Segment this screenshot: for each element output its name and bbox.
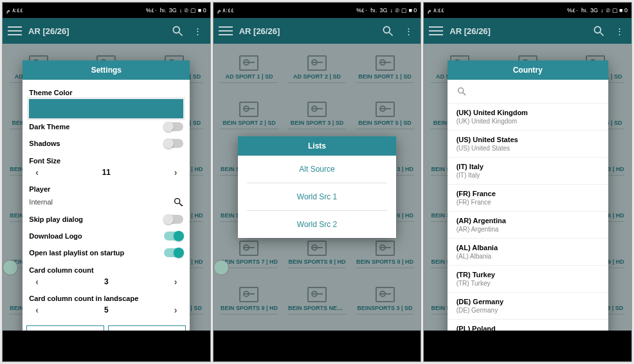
cast-icon: ⎚ <box>395 7 399 14</box>
status-time: ٨:٤٤ م <box>6 7 23 14</box>
country-list[interactable]: (UK) United Kingdom(UK) United Kingdom(U… <box>448 104 608 331</box>
svg-point-4 <box>384 26 390 33</box>
card-col-land-stepper[interactable]: ‹5› <box>29 302 183 318</box>
country-item[interactable]: (UK) United Kingdom(UK) United Kingdom <box>448 104 608 131</box>
search-dropdown-icon <box>173 197 183 207</box>
status-bar: ٨:٤٤ م %٤٠hı.3G↓⎚▢ ■ 0 <box>424 3 631 18</box>
country-dialog: Country (UK) United Kingdom(UK) United K… <box>448 60 608 331</box>
country-item[interactable]: (TR) Turkey(TR) Turkey <box>448 266 608 293</box>
cast-icon: ⎚ <box>185 7 188 14</box>
app-title: AR [26/26] <box>28 26 164 36</box>
dark-theme-label: Dark Theme <box>29 123 69 131</box>
list-item[interactable]: World Src 2 <box>247 211 387 238</box>
country-item[interactable]: (AL) Albania(AL) Albania <box>448 239 608 266</box>
cancel-button[interactable]: Cancel <box>26 325 104 331</box>
dialog-title: Country <box>448 60 608 80</box>
svg-point-6 <box>594 26 601 33</box>
app-bar: AR [26/26] ⋮ <box>213 18 421 44</box>
font-size-stepper[interactable]: ‹11› <box>29 165 183 180</box>
search-icon[interactable] <box>592 24 606 38</box>
status-bar: ٨:٤٤ م %٤٠hı.3G↓⎚▢ ■ 0 <box>213 3 421 18</box>
overflow-icon[interactable]: ⋮ <box>401 24 415 38</box>
search-icon <box>457 86 467 96</box>
phone-country: ٨:٤٤ م %٤٠hı.3G↓⎚▢ ■ 0 AR [26/26] ⋮ AD S… <box>423 2 632 362</box>
chevron-left-icon[interactable]: ‹ <box>33 167 41 177</box>
list-item[interactable]: World Src 1 <box>247 183 387 211</box>
svg-point-0 <box>173 26 179 33</box>
country-item[interactable]: (DE) Germany(DE) Germany <box>448 293 608 320</box>
overflow-icon[interactable]: ⋮ <box>191 24 205 38</box>
dialog-title: Lists <box>238 136 396 156</box>
cast-icon: ⎚ <box>606 7 610 14</box>
menu-icon[interactable] <box>8 24 22 38</box>
skip-play-label: Skip play dialog <box>29 215 83 223</box>
card-col-stepper[interactable]: ‹3› <box>29 274 183 289</box>
lists-dialog: Lists Alt Source World Src 1 World Src 2 <box>238 136 396 238</box>
svg-line-5 <box>390 33 393 36</box>
chevron-right-icon[interactable]: › <box>172 305 180 315</box>
phone-settings: ٨:٤٤ م %٤٠ hı. 3G ↓ ⎚ ▢ ■ 0 AR [26/26] ⋮… <box>2 2 211 362</box>
country-item[interactable]: (AR) Argentina(AR) Argentina <box>448 212 608 239</box>
chevron-left-icon[interactable]: ‹ <box>33 277 41 287</box>
svg-point-8 <box>458 88 463 93</box>
download-logo-toggle[interactable] <box>164 232 183 241</box>
svg-line-7 <box>601 33 604 36</box>
search-icon[interactable] <box>381 24 395 38</box>
dark-theme-toggle[interactable] <box>164 122 183 131</box>
bottom-bar <box>3 331 210 361</box>
shadows-label: Shadows <box>29 140 60 147</box>
phone-lists: ٨:٤٤ م %٤٠hı.3G↓⎚▢ ■ 0 AR [26/26] ⋮ AD S… <box>213 2 422 362</box>
svg-line-1 <box>179 33 182 36</box>
chevron-right-icon[interactable]: › <box>172 277 180 287</box>
app-bar: AR [26/26] ⋮ <box>424 18 631 44</box>
download-logo-label: Download Logo <box>29 232 82 240</box>
country-item[interactable]: (FR) France(FR) France <box>448 185 608 212</box>
player-label: Player <box>29 180 183 193</box>
shadows-toggle[interactable] <box>164 139 183 148</box>
app-bar: AR [26/26] ⋮ <box>3 18 210 44</box>
chevron-left-icon[interactable]: ‹ <box>33 305 41 315</box>
country-item[interactable]: (PL) Poland(PL) Poland <box>448 320 608 331</box>
search-icon[interactable] <box>170 24 185 38</box>
menu-icon[interactable] <box>219 24 233 38</box>
country-search-input[interactable] <box>448 80 608 104</box>
card-col-land-label: Card column count in landscape <box>29 289 183 302</box>
status-bar: ٨:٤٤ م %٤٠ hı. 3G ↓ ⎚ ▢ ■ 0 <box>3 3 210 18</box>
theme-color-label: Theme Color <box>29 84 183 96</box>
dialog-overlay: Lists Alt Source World Src 1 World Src 2 <box>213 44 421 331</box>
player-selector[interactable]: Internal <box>29 193 183 211</box>
chevron-right-icon[interactable]: › <box>172 167 180 177</box>
svg-line-9 <box>463 93 466 95</box>
country-item[interactable]: (IT) Italy(IT) Italy <box>448 158 608 185</box>
skip-play-toggle[interactable] <box>164 215 183 224</box>
dialog-overlay: Country (UK) United Kingdom(UK) United K… <box>424 44 631 331</box>
settings-dialog: Settings Theme Color Dark Theme Shadows … <box>23 60 190 331</box>
font-size-label: Font Size <box>29 152 183 165</box>
dialog-overlay: Settings Theme Color Dark Theme Shadows … <box>3 44 210 331</box>
theme-color-swatch[interactable] <box>29 99 183 118</box>
open-last-toggle[interactable] <box>164 248 183 257</box>
open-last-label: Open last playlist on startup <box>29 249 124 257</box>
bottom-bar <box>424 331 631 361</box>
svg-point-2 <box>175 199 180 204</box>
menu-icon[interactable] <box>429 24 443 38</box>
overflow-icon[interactable]: ⋮ <box>612 24 626 38</box>
save-button[interactable]: Save <box>108 325 186 331</box>
card-col-label: Card column count <box>29 261 183 274</box>
country-item[interactable]: (US) United States(US) United States <box>448 131 608 158</box>
bottom-bar <box>213 331 421 361</box>
dialog-title: Settings <box>23 60 190 80</box>
list-item[interactable]: Alt Source <box>247 156 387 183</box>
